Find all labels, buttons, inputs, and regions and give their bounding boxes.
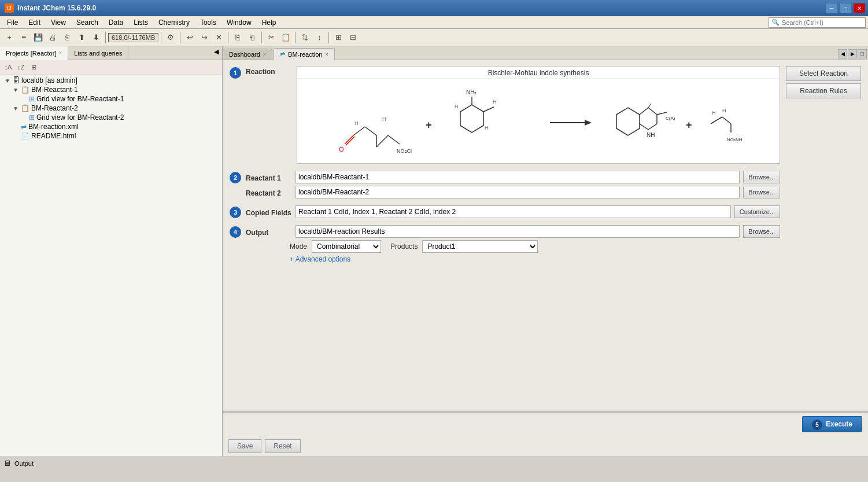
toolbar-separator-6 [295, 32, 296, 43]
tab-nav-expand[interactable]: □ [858, 49, 867, 58]
output-browse-button[interactable]: Browse... [743, 225, 780, 238]
svg-line-22 [640, 108, 648, 115]
toolbar-separator-2 [161, 32, 161, 43]
select-reaction-button[interactable]: Select Reaction [786, 66, 861, 81]
menu-edit[interactable]: Edit [24, 17, 45, 28]
tree-item-reactant2[interactable]: ▼ 📋 BM-Reactant-2 [1, 104, 221, 113]
tb-redo-button[interactable]: ↪ [197, 31, 211, 45]
tb-upload-button[interactable]: ⬆ [75, 31, 88, 45]
products-select[interactable]: Product1 Product2 All [422, 240, 538, 253]
content-area: 1 Reaction Bischler-Mohlau indole synthe… [223, 60, 868, 411]
tab-nav-left[interactable]: ◀ [838, 49, 847, 58]
menu-view[interactable]: View [46, 17, 71, 28]
reactant1-input[interactable] [296, 171, 740, 183]
tree-toggle-reactant1[interactable]: ▼ [13, 87, 21, 93]
svg-line-5 [345, 135, 353, 144]
svg-line-32 [711, 117, 722, 124]
menu-data[interactable]: Data [104, 17, 128, 28]
tree-toggle-localdb[interactable]: ▼ [5, 78, 13, 84]
tree-item-reaction[interactable]: ⇌ BM-reaction.xml [1, 122, 221, 131]
menu-file[interactable]: File [2, 17, 23, 28]
app-title: Instant JChem 15.6.29.0 [17, 4, 96, 12]
sort-az-button[interactable]: ↕A [2, 61, 14, 73]
tb-download-button[interactable]: ⬇ [89, 31, 103, 45]
svg-line-15 [483, 107, 494, 112]
tb-undo-button[interactable]: ↩ [183, 31, 197, 45]
sort-za-button[interactable]: ↕Z [15, 61, 27, 73]
reaction-title: Bischler-Mohlau indole synthesis [297, 67, 780, 79]
tab-nav-right[interactable]: ▶ [848, 49, 857, 58]
right-action-buttons: Select Reaction Reaction Rules [786, 66, 861, 406]
maximize-button[interactable]: □ [839, 3, 852, 13]
tb-copy2-button[interactable]: ⎘ [231, 31, 245, 45]
tb-settings-button[interactable]: ⚙ [164, 31, 178, 45]
tb-sort-asc-button[interactable]: ⇅ [298, 31, 312, 45]
svg-line-28 [648, 104, 651, 108]
execute-button[interactable]: 5 Execute [802, 416, 862, 432]
tree-item-readme[interactable]: 📄 README.html [1, 131, 221, 141]
customize-button[interactable]: Customize... [734, 205, 780, 218]
global-search-input[interactable] [782, 19, 863, 26]
title-bar-left: IJ Instant JChem 15.6.29.0 [5, 3, 96, 13]
section-label-reaction: Reaction [246, 66, 292, 76]
reactant1-browse-button[interactable]: Browse... [743, 171, 780, 183]
left-tab-projects-close[interactable]: × [58, 50, 62, 56]
svg-text:H: H [382, 116, 386, 122]
tb-clear-filter-button[interactable]: ⊟ [346, 31, 360, 45]
grid-icon-2: ⊞ [29, 113, 35, 122]
tb-save-button[interactable]: 💾 [31, 31, 45, 45]
step-badge-1: 1 [230, 67, 241, 79]
tab-dashboard[interactable]: Dashboard × [223, 49, 272, 60]
project-tree: ▼ 🗄 localdb [as admin] ▼ 📋 BM-Reactant-1… [0, 75, 222, 457]
tree-toggle-reactant2[interactable]: ▼ [13, 105, 21, 112]
tree-item-grid1[interactable]: ⊞ Grid view for BM-Reactant-1 [1, 94, 221, 104]
svg-text:NO₂Cl: NO₂Cl [397, 148, 412, 154]
add-item-button[interactable]: ⊞ [28, 61, 39, 73]
menu-chemistry[interactable]: Chemistry [154, 17, 194, 28]
tab-bm-reaction[interactable]: ⇌ BM-reaction × [274, 48, 335, 60]
reaction-rules-button[interactable]: Reaction Rules [786, 83, 861, 98]
menu-window[interactable]: Window [222, 17, 256, 28]
tree-label-grid2: Grid view for BM-Reactant-2 [36, 113, 124, 122]
tb-sort-desc-button[interactable]: ↕ [312, 31, 326, 45]
status-bar: 🖥 Output [0, 457, 868, 469]
section-reaction: 1 Reaction Bischler-Mohlau indole synthe… [230, 66, 780, 164]
toolbar-separator-1 [105, 32, 106, 43]
tb-cut-button[interactable]: ✂ [264, 31, 278, 45]
left-tab-projects[interactable]: Projects [Reactor] × [0, 46, 68, 60]
tb-close-button[interactable]: ━ [17, 31, 31, 45]
tb-paste2-button[interactable]: 📋 [279, 31, 293, 45]
menu-help[interactable]: Help [257, 17, 281, 28]
tree-item-grid2[interactable]: ⊞ Grid view for BM-Reactant-2 [1, 113, 221, 122]
reactant2-input[interactable] [296, 186, 740, 198]
svg-text:H: H [722, 108, 726, 113]
reactant2-browse-button[interactable]: Browse... [743, 186, 780, 198]
menu-tools[interactable]: Tools [195, 17, 221, 28]
left-tab-lists[interactable]: Lists and queries [68, 46, 128, 60]
tb-copy-button[interactable]: ⎘ [60, 31, 74, 45]
tab-reaction-close[interactable]: × [325, 51, 328, 57]
mode-select[interactable]: Combinatorial Paired Random [312, 240, 381, 253]
minimize-button[interactable]: ─ [825, 3, 838, 13]
tb-print-button[interactable]: 🖨 [46, 31, 60, 45]
save-button[interactable]: Save [228, 439, 261, 453]
left-panel-collapse[interactable]: ◀ [210, 46, 222, 60]
tb-cancel-button[interactable]: ✕ [212, 31, 226, 45]
advanced-options-link[interactable]: + Advanced options [290, 255, 350, 263]
menu-search[interactable]: Search [72, 17, 103, 28]
main-form: 1 Reaction Bischler-Mohlau indole synthe… [230, 66, 780, 406]
tab-dashboard-close[interactable]: × [263, 51, 266, 57]
tb-new-button[interactable]: + [2, 31, 16, 45]
copied-fields-input[interactable] [296, 205, 731, 218]
step-badge-2: 2 [230, 172, 241, 183]
menu-lists[interactable]: Lists [129, 17, 153, 28]
tb-filter-button[interactable]: ⊞ [331, 31, 345, 45]
left-toolbar: ↕A ↕Z ⊞ [0, 60, 222, 75]
reset-button[interactable]: Reset [265, 439, 300, 453]
tab-reaction-label: BM-reaction [288, 51, 322, 58]
tree-item-localdb[interactable]: ▼ 🗄 localdb [as admin] [1, 76, 221, 85]
tb-paste-button[interactable]: ⎗ [245, 31, 259, 45]
tree-item-reactant1[interactable]: ▼ 📋 BM-Reactant-1 [1, 85, 221, 94]
output-path-input[interactable] [296, 225, 740, 238]
close-button[interactable]: ✕ [853, 3, 866, 13]
